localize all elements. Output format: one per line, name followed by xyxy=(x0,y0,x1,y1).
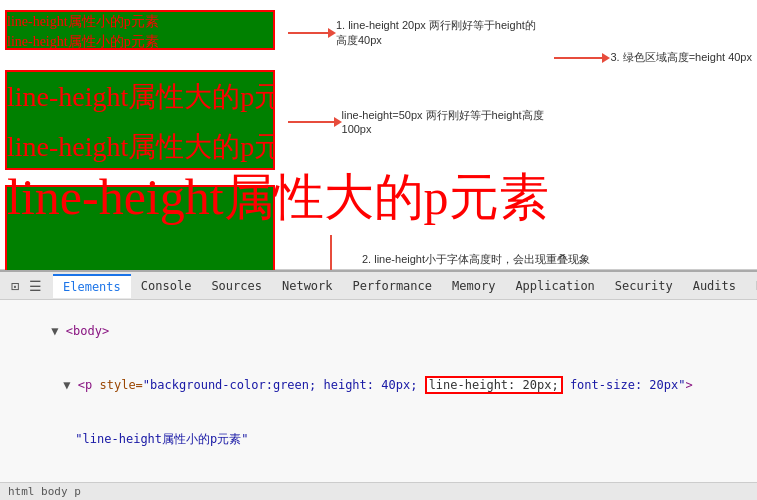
tab-sources[interactable]: Sources xyxy=(201,275,272,297)
devtools-breadcrumb: html body p xyxy=(0,482,757,500)
annotation-1: 1. line-height 20px 两行刚好等于height的高度40px xyxy=(282,18,542,48)
expand-p1[interactable]: ▼ xyxy=(63,378,77,392)
devtools-panel: ⊡ ☰ Elements Console Sources Network Per… xyxy=(0,270,757,500)
devtools-tabs: ⊡ ☰ Elements Console Sources Network Per… xyxy=(0,272,757,300)
demo-area: line-height属性小的p元素 line-height属性小的p元素 li… xyxy=(0,0,757,270)
tab-redux[interactable]: Redux xyxy=(746,275,757,297)
green-box-2: line-height属性大的p元素 line-height属性大的p元素 xyxy=(5,70,275,170)
devtools-icons: ⊡ ☰ xyxy=(5,276,45,296)
expand-body[interactable]: ▼ xyxy=(51,324,65,338)
tab-network[interactable]: Network xyxy=(272,275,343,297)
cursor-icon[interactable]: ☰ xyxy=(25,276,45,296)
green-box-1: line-height属性小的p元素 line-height属性小的p元素 xyxy=(5,10,275,50)
tab-console[interactable]: Console xyxy=(131,275,202,297)
annotation-2-text: 2. line-height小于字体高度时，会出现重叠现象 xyxy=(362,252,590,267)
arrow-4-icon xyxy=(288,121,336,123)
tab-audits[interactable]: Audits xyxy=(683,275,746,297)
tab-memory[interactable]: Memory xyxy=(442,275,505,297)
arrow-3-icon xyxy=(554,57,604,59)
code-line-body: ▼ <body> xyxy=(8,304,749,358)
annotation-4: line-height=50px 两行刚好等于height高度100px xyxy=(282,108,562,135)
box2-text1: line-height属性大的p元素 xyxy=(7,72,273,122)
devtools-content: ▼ <body> ▼ <p style="background-color:gr… xyxy=(0,300,757,500)
code-line-text1a: "line-height属性小的p元素" xyxy=(8,412,749,466)
tab-performance[interactable]: Performance xyxy=(343,275,442,297)
tab-application[interactable]: Application xyxy=(505,275,604,297)
box2-text2: line-height属性大的p元素 xyxy=(7,122,273,170)
annotation-2: 2. line-height小于字体高度时，会出现重叠现象 xyxy=(300,252,590,267)
breadcrumb-text: html body p xyxy=(8,485,81,498)
tab-elements[interactable]: Elements xyxy=(53,274,131,298)
box1-text2: line-height属性小的p元素 xyxy=(7,32,273,50)
inspect-icon[interactable]: ⊡ xyxy=(5,276,25,296)
box1-text: line-height属性小的p元素 xyxy=(7,12,273,32)
box3-text1: line-height属性大的p元素 xyxy=(7,187,273,207)
code-line-p1: ▼ <p style="background-color:green; heig… xyxy=(8,358,749,412)
annotation-1-text: 1. line-height 20px 两行刚好等于height的高度40px xyxy=(336,18,542,48)
arrow-1-icon xyxy=(288,32,330,34)
tab-security[interactable]: Security xyxy=(605,275,683,297)
annotation-3-text: 3. 绿色区域高度=height 40px xyxy=(610,50,752,65)
annotation-3: 3. 绿色区域高度=height 40px xyxy=(548,50,752,65)
annotation-4-text: line-height=50px 两行刚好等于height高度100px xyxy=(342,108,562,135)
